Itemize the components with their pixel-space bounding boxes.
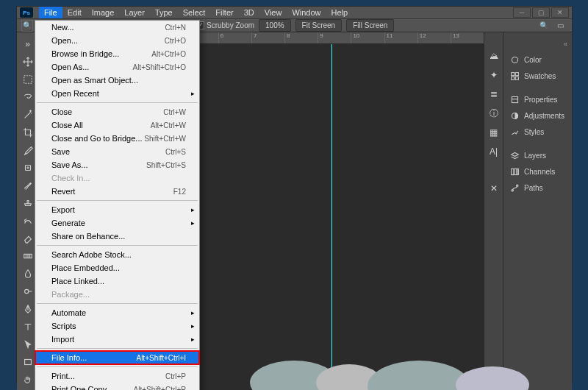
- menu-item-close[interactable]: CloseCtrl+W: [35, 105, 199, 118]
- menu-item-label: Save As...: [51, 160, 88, 169]
- brush-tool[interactable]: [21, 178, 35, 193]
- zoom-100-button[interactable]: 100%: [259, 19, 291, 32]
- menu-item-check-in: Check In...: [35, 171, 199, 185]
- menu-item-print[interactable]: Print...Ctrl+P: [35, 369, 199, 383]
- type-tool[interactable]: [21, 319, 35, 334]
- menu-shortcut: Alt+Ctrl+W: [151, 121, 186, 130]
- menu-shortcut: Alt+Shift+Ctrl+I: [136, 354, 186, 362]
- panel-swatches[interactable]: Swatches: [503, 68, 572, 84]
- menu-item-file-info[interactable]: File Info...Alt+Shift+Ctrl+I: [35, 351, 199, 364]
- menu-item-label: Export: [51, 205, 75, 214]
- menu-layer[interactable]: Layer: [119, 7, 150, 18]
- menu-item-new[interactable]: New...Ctrl+N: [35, 21, 199, 34]
- menu-window[interactable]: Window: [287, 7, 326, 18]
- menu-item-label: Close: [51, 107, 72, 116]
- histogram-icon[interactable]: ⛰: [488, 50, 500, 62]
- menu-item-open-recent[interactable]: Open Recent: [35, 87, 199, 100]
- menu-item-close-and-go-to-bridge[interactable]: Close and Go to Bridge...Shift+Ctrl+W: [35, 132, 199, 145]
- menu-item-label: Revert: [51, 187, 75, 196]
- healing-brush-tool[interactable]: [21, 160, 35, 175]
- menu-select[interactable]: Select: [178, 7, 211, 18]
- brush-settings-icon[interactable]: ✕: [488, 182, 500, 194]
- svg-rect-7: [511, 72, 514, 75]
- gradient-tool[interactable]: [21, 249, 35, 263]
- marquee-tool[interactable]: [21, 72, 35, 87]
- close-button[interactable]: ✕: [551, 7, 569, 18]
- search-icon[interactable]: 🔍: [538, 20, 550, 32]
- menu-item-open-as[interactable]: Open As...Alt+Shift+Ctrl+O: [35, 60, 199, 74]
- character-icon[interactable]: A|: [488, 146, 500, 157]
- scrubby-zoom-checkbox[interactable]: Scrubby Zoom: [196, 21, 254, 30]
- menu-item-generate[interactable]: Generate: [35, 216, 199, 230]
- pen-tool[interactable]: [21, 302, 35, 316]
- panel-properties[interactable]: Properties: [503, 91, 572, 107]
- hand-tool[interactable]: [21, 372, 35, 387]
- menu-shortcut: Ctrl+S: [165, 148, 186, 156]
- panel-channels[interactable]: Channels: [503, 163, 572, 180]
- menu-separator: [37, 366, 198, 367]
- move-tool[interactable]: [21, 54, 35, 69]
- menu-item-open[interactable]: Open...Ctrl+O: [35, 34, 199, 47]
- panel-adjustments[interactable]: Adjustments: [503, 107, 572, 124]
- menu-item-export[interactable]: Export: [35, 203, 199, 216]
- menu-shortcut: Alt+Ctrl+O: [151, 50, 186, 58]
- menu-item-share-on-behance[interactable]: Share on Behance...: [35, 230, 199, 243]
- minimize-button[interactable]: ─: [513, 7, 531, 18]
- navigator-icon[interactable]: ✦: [488, 69, 500, 81]
- collapse-panels-icon[interactable]: «: [564, 40, 567, 48]
- menu-shortcut: Ctrl+N: [165, 24, 186, 32]
- menu-type[interactable]: Type: [150, 7, 178, 18]
- menu-item-import[interactable]: Import: [35, 333, 199, 346]
- lasso-tool[interactable]: [21, 90, 35, 104]
- svg-rect-14: [514, 169, 516, 174]
- guide-line[interactable]: [331, 44, 332, 390]
- fill-screen-button[interactable]: Fill Screen: [346, 19, 394, 32]
- history-brush-tool[interactable]: [21, 213, 35, 228]
- panel-styles[interactable]: Styles: [503, 124, 572, 140]
- menu-item-label: Automate: [51, 308, 86, 317]
- path-selection-tool[interactable]: [21, 337, 35, 352]
- fit-screen-button[interactable]: Fit Screen: [295, 19, 343, 32]
- magic-wand-tool[interactable]: [21, 107, 35, 122]
- menu-file[interactable]: File: [39, 7, 62, 18]
- rectangle-tool[interactable]: [21, 355, 35, 369]
- menu-item-close-all[interactable]: Close AllAlt+Ctrl+W: [35, 118, 199, 132]
- eraser-tool[interactable]: [21, 231, 35, 246]
- menu-edit[interactable]: Edit: [62, 7, 87, 18]
- crop-tool[interactable]: [21, 125, 35, 140]
- info-icon[interactable]: ⓘ: [488, 107, 500, 119]
- menu-view[interactable]: View: [259, 7, 287, 18]
- menu-help[interactable]: Help: [326, 7, 354, 18]
- menu-item-scripts[interactable]: Scripts: [35, 319, 199, 333]
- actions-icon[interactable]: ▦: [488, 127, 500, 138]
- menu-item-print-one-copy[interactable]: Print One CopyAlt+Shift+Ctrl+P: [35, 383, 199, 390]
- menu-item-revert[interactable]: RevertF12: [35, 185, 199, 198]
- panel-paths[interactable]: Paths: [503, 180, 572, 196]
- blur-tool[interactable]: [21, 266, 35, 281]
- panel-color[interactable]: Color: [503, 52, 572, 68]
- maximize-button[interactable]: ▢: [532, 7, 550, 18]
- menu-item-label: Open As...: [51, 63, 89, 71]
- menu-filter[interactable]: Filter: [210, 7, 238, 18]
- menu-item-place-embedded[interactable]: Place Embedded...: [35, 261, 199, 274]
- menu-item-label: Share on Behance...: [51, 232, 125, 241]
- workspace-switcher-icon[interactable]: ▭: [554, 20, 566, 32]
- dodge-tool[interactable]: [21, 284, 35, 299]
- clone-stamp-tool[interactable]: [21, 196, 35, 210]
- menu-item-browse-in-bridge[interactable]: Browse in Bridge...Alt+Ctrl+O: [35, 47, 199, 60]
- menu-item-save-as[interactable]: Save As...Shift+Ctrl+S: [35, 158, 199, 171]
- history-icon[interactable]: ≣: [488, 88, 500, 100]
- menu-item-save[interactable]: SaveCtrl+S: [35, 145, 199, 158]
- menu-image[interactable]: Image: [87, 7, 120, 18]
- ruler-mark: 13: [451, 32, 484, 43]
- zoom-tool-icon[interactable]: 🔍: [21, 20, 33, 32]
- menu-item-open-as-smart-object[interactable]: Open as Smart Object...: [35, 74, 199, 87]
- menu-3d[interactable]: 3D: [239, 7, 259, 18]
- collapse-arrows-icon[interactable]: »: [21, 37, 35, 52]
- eyedropper-tool[interactable]: [21, 143, 35, 157]
- menu-item-place-linked[interactable]: Place Linked...: [35, 274, 199, 288]
- menu-item-label: Check In...: [51, 174, 90, 182]
- menu-item-automate[interactable]: Automate: [35, 306, 199, 319]
- menu-item-search-adobe-stock[interactable]: Search Adobe Stock...: [35, 248, 199, 261]
- panel-layers[interactable]: Layers: [503, 147, 572, 163]
